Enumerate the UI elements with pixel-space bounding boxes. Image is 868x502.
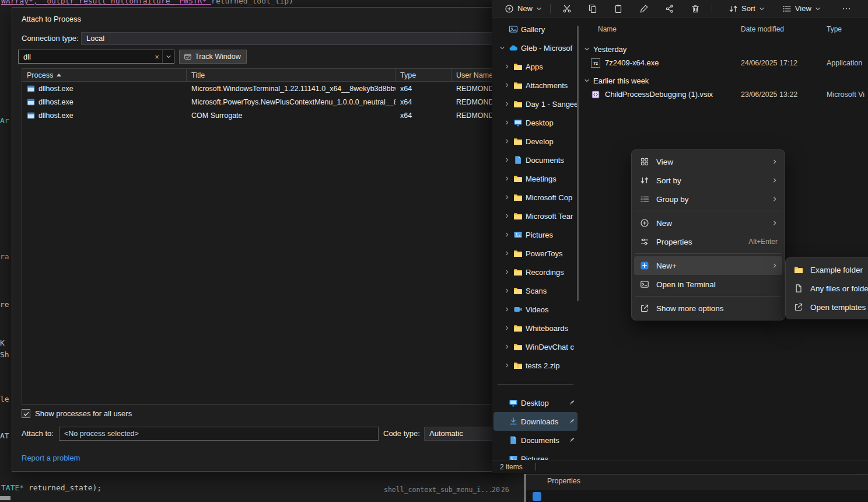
menu-item-properties[interactable]: Properties Alt+Enter bbox=[634, 232, 782, 251]
chevron-right-icon[interactable] bbox=[504, 269, 510, 275]
column-header-date-modified[interactable]: Date modified bbox=[741, 23, 784, 35]
nav-item-documents[interactable]: Documents bbox=[494, 151, 578, 169]
clear-filter-icon[interactable]: × bbox=[152, 53, 162, 61]
nav-item-whiteboards[interactable]: Whiteboards bbox=[494, 319, 578, 337]
nav-item-windevchat[interactable]: WinDevChat c bbox=[494, 337, 578, 356]
column-header-name[interactable]: Name bbox=[598, 23, 617, 35]
nav-item-microsoft-teams[interactable]: Microsoft Tear bbox=[494, 207, 578, 225]
group-header-yesterday[interactable]: Yesterday bbox=[579, 42, 868, 56]
nav-item-tests-zip[interactable]: tests 2.zip bbox=[494, 356, 578, 375]
submenu-item-example-folder[interactable]: Example folder bbox=[788, 260, 868, 279]
new-button[interactable]: New bbox=[500, 1, 547, 16]
menu-item-new[interactable]: New bbox=[634, 214, 782, 232]
nav-item-pictures[interactable]: Pictures bbox=[494, 225, 578, 244]
column-header-title[interactable]: Title bbox=[187, 69, 396, 81]
nav-item-label: Scans bbox=[526, 287, 578, 295]
track-window-icon bbox=[184, 53, 192, 61]
chevron-right-icon[interactable] bbox=[504, 120, 510, 126]
file-row-vsix[interactable]: ChildProcessDebugging (1).vsix 23/06/202… bbox=[579, 88, 868, 102]
process-row[interactable]: dllhost.exe Microsoft.WindowsTerminal_1.… bbox=[22, 82, 504, 95]
menu-item-open-in-terminal[interactable]: Open in Terminal bbox=[634, 275, 782, 294]
nav-item-onedrive[interactable]: Gleb - Microsof bbox=[494, 39, 578, 57]
menu-item-label: Sort by bbox=[656, 176, 765, 185]
nav-item-desktop[interactable]: Desktop bbox=[494, 113, 578, 132]
chevron-right-icon[interactable] bbox=[504, 194, 510, 200]
nav-item-attachments[interactable]: Attachments bbox=[494, 76, 578, 95]
chevron-right-icon[interactable] bbox=[504, 306, 510, 312]
horizontal-scrollbar-thumb[interactable] bbox=[0, 496, 10, 500]
copy-button[interactable] bbox=[580, 1, 606, 16]
column-header-type[interactable]: Type bbox=[396, 69, 452, 81]
nav-item-pinned-downloads[interactable]: Downloads bbox=[494, 412, 578, 431]
attach-to-field[interactable] bbox=[59, 427, 379, 441]
nav-scrollbar-thumb[interactable] bbox=[577, 26, 579, 301]
more-options-button[interactable] bbox=[834, 1, 859, 16]
menu-item-new-plus[interactable]: New+ bbox=[634, 256, 782, 275]
submenu-item-any-files[interactable]: Any files or folde bbox=[788, 279, 868, 298]
chevron-right-icon bbox=[772, 196, 778, 202]
chevron-right-icon[interactable] bbox=[504, 82, 510, 88]
cut-button[interactable] bbox=[554, 1, 580, 16]
paste-button[interactable] bbox=[606, 1, 631, 16]
nav-item-pinned-desktop[interactable]: Desktop bbox=[494, 393, 578, 412]
rename-button[interactable] bbox=[631, 1, 657, 16]
file-row-7z-exe[interactable]: 7z 7z2409-x64.exe 24/06/2025 17:12 Appli… bbox=[579, 56, 868, 70]
chevron-right-icon[interactable] bbox=[504, 362, 510, 368]
show-all-users-label: Show processes for all users bbox=[35, 409, 132, 418]
chevron-right-icon[interactable] bbox=[504, 232, 510, 238]
nav-item-powertoys[interactable]: PowerToys bbox=[494, 244, 578, 263]
process-row[interactable]: dllhost.exe COM Surrogate x64 REDMOND bbox=[22, 109, 504, 122]
show-all-users-row[interactable]: Show processes for all users bbox=[22, 409, 132, 418]
nav-item-gallery[interactable]: Gallery bbox=[494, 20, 578, 39]
sort-button[interactable]: Sort bbox=[724, 1, 769, 16]
chevron-right-icon[interactable] bbox=[504, 325, 510, 331]
chevron-right-icon[interactable] bbox=[504, 176, 510, 182]
chevron-right-icon[interactable] bbox=[504, 101, 510, 107]
nav-item-videos[interactable]: Videos bbox=[494, 300, 578, 319]
nav-item-recordings[interactable]: Recordings bbox=[494, 263, 578, 281]
chevron-down-icon[interactable] bbox=[499, 45, 506, 51]
codelens-count[interactable]: 20 bbox=[492, 486, 500, 494]
track-window-button[interactable]: Track Window bbox=[179, 50, 247, 64]
chevron-right-icon[interactable] bbox=[504, 64, 510, 69]
chevron-right-icon[interactable] bbox=[504, 213, 510, 219]
report-problem-link[interactable]: Report a problem bbox=[22, 454, 80, 462]
process-window-icon bbox=[27, 111, 35, 120]
submenu-item-label: Example folder bbox=[810, 266, 868, 274]
show-all-users-checkbox[interactable] bbox=[22, 409, 30, 418]
submenu-item-open-templates[interactable]: Open templates bbox=[788, 298, 868, 316]
ellipsis-icon bbox=[842, 4, 851, 13]
nav-item-scans[interactable]: Scans bbox=[494, 281, 578, 300]
view-button[interactable]: View bbox=[778, 1, 825, 16]
nav-item-microsoft-copilot[interactable]: Microsoft Cop bbox=[494, 188, 578, 207]
chevron-right-icon[interactable] bbox=[504, 288, 510, 294]
connection-type-combobox[interactable]: Local bbox=[81, 32, 514, 45]
file-date-modified: 24/06/2025 17:12 bbox=[741, 56, 797, 70]
nav-item-pinned-pictures[interactable]: Pictures bbox=[494, 449, 578, 460]
chevron-right-icon[interactable] bbox=[504, 344, 510, 350]
chevron-right-icon[interactable] bbox=[504, 138, 510, 144]
attach-row: Attach to: Code type: Automatic bbox=[12, 427, 513, 441]
filter-dropdown-chevron-icon[interactable] bbox=[162, 50, 174, 63]
nav-item-day1[interactable]: Day 1 - Sangee bbox=[494, 95, 578, 113]
chevron-right-icon[interactable] bbox=[504, 250, 510, 256]
nav-item-apps[interactable]: Apps bbox=[494, 57, 578, 76]
share-button[interactable] bbox=[657, 1, 682, 16]
column-header-process[interactable]: Process bbox=[22, 69, 187, 81]
menu-item-view[interactable]: View bbox=[634, 152, 782, 171]
process-filter-input[interactable] bbox=[19, 53, 152, 61]
group-header-earlier-this-week[interactable]: Earlier this week bbox=[579, 74, 868, 88]
sort-button-label: Sort bbox=[741, 4, 755, 13]
menu-item-group-by[interactable]: Group by bbox=[634, 190, 782, 208]
menu-item-show-more-options[interactable]: Show more options bbox=[634, 299, 782, 318]
column-header-type[interactable]: Type bbox=[827, 23, 842, 35]
menu-item-sort-by[interactable]: Sort by bbox=[634, 171, 782, 190]
process-row[interactable]: dllhost.exe Microsoft.PowerToys.NewPlusC… bbox=[22, 95, 504, 109]
delete-button[interactable] bbox=[682, 1, 708, 16]
nav-item-develop[interactable]: Develop bbox=[494, 132, 578, 151]
nav-item-pinned-documents[interactable]: Documents bbox=[494, 431, 578, 449]
nav-item-meetings[interactable]: Meetings bbox=[494, 169, 578, 188]
chevron-right-icon[interactable] bbox=[504, 157, 510, 163]
folder-icon bbox=[513, 193, 523, 202]
codelens-reference[interactable]: shell_context_sub_menu_i... 26 bbox=[384, 486, 509, 494]
